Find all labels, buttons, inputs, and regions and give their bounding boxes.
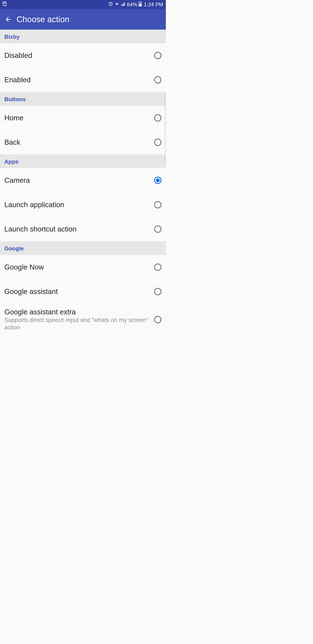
battery-icon: [139, 1, 142, 8]
sim-icon: x: [2, 2, 6, 8]
radio-icon: [154, 316, 162, 323]
option-label: Enabled: [4, 76, 152, 84]
section-header-google: Google: [0, 241, 166, 255]
svg-text:x: x: [5, 5, 6, 6]
option-label: Google assistant: [4, 288, 152, 296]
scrollbar[interactable]: [165, 93, 166, 163]
radio-icon: [154, 264, 162, 271]
list-bixby: Disabled Enabled: [0, 43, 166, 92]
option-enabled[interactable]: Enabled: [0, 68, 166, 92]
svg-rect-11: [123, 3, 124, 6]
option-google-assistant-extra[interactable]: Google assistant extra Supports direct s…: [0, 304, 166, 334]
app-bar: Choose action: [0, 9, 166, 30]
option-launch-application[interactable]: Launch application: [0, 192, 166, 217]
list-google: Google Now Google assistant Google assis…: [0, 255, 166, 334]
status-right: 64% 1:24 PM: [108, 1, 163, 8]
option-label: Camera: [4, 176, 152, 184]
svg-rect-9: [121, 5, 122, 6]
status-left: x: [2, 2, 6, 8]
option-google-now[interactable]: Google Now: [0, 255, 166, 279]
option-back[interactable]: Back: [0, 130, 166, 154]
signal-icon: [121, 2, 126, 8]
radio-icon: [154, 288, 162, 295]
svg-line-6: [111, 4, 111, 4]
section-header-buttons: Buttons: [0, 92, 166, 106]
option-label: Disabled: [4, 51, 152, 60]
status-time: 1:24 PM: [144, 2, 163, 8]
radio-icon: [154, 226, 162, 233]
option-label: Launch shortcut action: [4, 225, 152, 233]
svg-rect-12: [124, 2, 125, 6]
section-header-bixby: Bixby: [0, 30, 166, 43]
option-label: Google assistant extra: [4, 308, 152, 316]
arrow-left-icon: [4, 16, 12, 23]
radio-icon: [154, 201, 162, 208]
alarm-icon: [108, 2, 113, 8]
option-label: Home: [4, 114, 152, 122]
radio-icon-selected: [154, 177, 162, 184]
svg-rect-10: [122, 4, 123, 6]
option-label: Google Now: [4, 263, 152, 271]
svg-line-7: [109, 2, 110, 2]
page-title: Choose action: [16, 15, 69, 24]
section-header-apps: Apps: [0, 154, 166, 168]
svg-line-8: [111, 2, 112, 2]
list-apps: Camera Launch application Launch shortcu…: [0, 168, 166, 241]
option-home[interactable]: Home: [0, 106, 166, 130]
option-subtitle: Supports direct speech input and "whats …: [4, 316, 152, 331]
option-disabled[interactable]: Disabled: [0, 43, 166, 68]
option-label: Back: [4, 138, 152, 146]
radio-icon: [154, 138, 162, 146]
svg-rect-15: [139, 4, 141, 6]
option-launch-shortcut-action[interactable]: Launch shortcut action: [0, 217, 166, 241]
option-google-assistant[interactable]: Google assistant: [0, 279, 166, 304]
back-button[interactable]: [4, 15, 12, 24]
battery-percent: 64%: [127, 2, 137, 8]
option-camera[interactable]: Camera: [0, 168, 166, 192]
wifi-icon: [114, 2, 120, 8]
list-buttons: Home Back: [0, 106, 166, 154]
svg-rect-14: [140, 2, 141, 2]
radio-icon: [154, 52, 162, 59]
option-label: Launch application: [4, 200, 152, 209]
radio-icon: [154, 76, 162, 84]
radio-icon: [154, 114, 162, 122]
status-bar: x 64% 1:24 PM: [0, 0, 166, 9]
